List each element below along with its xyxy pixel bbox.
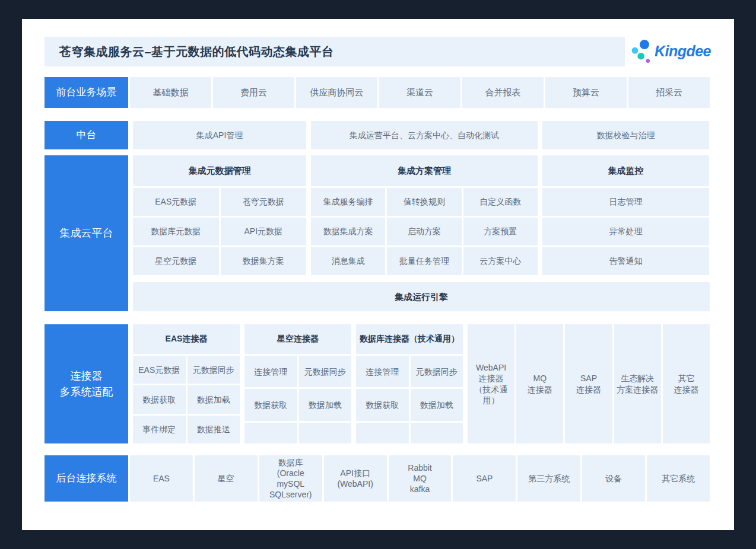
platform-cell: 日志管理 [542, 188, 709, 216]
backend-item: 第三方系统 [517, 455, 580, 502]
front-office-row: 前台业务场景 基础数据 费用云 供应商协同云 渠道云 合并报表 预算云 招采云 [45, 77, 710, 108]
middle-office-item: 集成运营平台、云方案中心、自动化测试 [311, 121, 538, 149]
platform-cell: 消息集成 [311, 247, 385, 275]
platform-cell: 云方案中心 [463, 247, 538, 275]
connectors-section: 连接器 多系统适配 EAS连接器 EAS元数据 元数据同步 数据获取 数据加载 … [45, 324, 710, 443]
connector-cell: 元数据同步 [411, 356, 463, 387]
kingdee-brand-text: Kingdee [655, 43, 711, 60]
connector-cell: 数据推送 [188, 416, 240, 443]
tall-connector-cell: WebAPI 连接器 （技术通用） [468, 324, 514, 443]
platform-cell: 数据集方案 [221, 247, 307, 275]
connector-cell: 事件绑定 [133, 416, 186, 443]
platform-cell: 异常处理 [542, 218, 709, 245]
platform-cell: 数据库元数据 [133, 218, 219, 245]
metadata-management-grid: EAS元数据 苍穹元数据 数据库元数据 API元数据 星空元数据 数据集方案 [133, 188, 306, 275]
monitoring-grid: 日志管理 异常处理 告警通知 [542, 188, 709, 275]
connector-cell [244, 423, 297, 443]
backend-item: 星空 [195, 455, 258, 502]
connector-cell [299, 423, 352, 443]
middle-office-row: 中台 集成API管理 集成运营平台、云方案中心、自动化测试 数据校验与治理 [45, 121, 710, 149]
backend-item: 其它系统 [647, 455, 710, 502]
platform-cell: 批量任务管理 [387, 247, 461, 275]
database-connector-grid: 连接管理 元数据同步 数据获取 数据加载 [356, 356, 463, 443]
tall-connectors: WebAPI 连接器 （技术通用） MQ 连接器 SAP 连接器 生态解决 方案… [468, 324, 710, 443]
row-label-front-office: 前台业务场景 [45, 77, 128, 108]
platform-cell: 启动方案 [387, 218, 461, 245]
kingdee-logo: Kingdee [630, 33, 711, 69]
kingdee-logo-icon [630, 33, 651, 69]
engine-bar: 集成运行引擎 [133, 282, 710, 311]
tall-connector-cell: MQ 连接器 [516, 324, 563, 443]
solution-management-group: 集成方案管理 集成服务编排 值转换规则 自定义函数 数据集成方案 启动方案 方案… [311, 155, 538, 275]
row-label-backend: 后台连接系统 [45, 455, 128, 502]
platform-cell: API元数据 [221, 218, 307, 245]
connector-cell: 连接管理 [244, 356, 297, 387]
backend-item: API接口 (WebAPI) [324, 455, 387, 502]
platform-cell: 数据集成方案 [311, 218, 385, 245]
metadata-management-group: 集成元数据管理 EAS元数据 苍穹元数据 数据库元数据 API元数据 星空元数据… [133, 155, 306, 275]
tall-connector-cell: 其它 连接器 [663, 324, 710, 443]
database-connector-group: 数据库连接器（技术通用） 连接管理 元数据同步 数据获取 数据加载 [356, 324, 463, 443]
group-title: 集成元数据管理 [133, 155, 306, 186]
connector-cell: 连接管理 [356, 356, 409, 387]
tall-connector-cell: 生态解决 方案连接器 [614, 324, 661, 443]
backend-item: 设备 [582, 455, 645, 502]
page-header: 苍穹集成服务云–基于元数据的低代码动态集成平台 [45, 37, 625, 66]
platform-cell: 告警通知 [542, 247, 709, 275]
platform-groups: 集成元数据管理 EAS元数据 苍穹元数据 数据库元数据 API元数据 星空元数据… [133, 155, 710, 275]
backend-systems-row: 后台连接系统 EAS 星空 数据库 (Oracle mySQL SQLserve… [45, 455, 710, 502]
row-label-platform: 集成云平台 [45, 155, 128, 311]
front-office-item: 供应商协同云 [296, 77, 377, 108]
backend-item: 数据库 (Oracle mySQL SQLserver) [259, 455, 322, 502]
group-title: 星空连接器 [244, 324, 351, 354]
middle-office-item: 集成API管理 [133, 121, 306, 149]
connector-cell: 元数据同步 [299, 356, 352, 387]
platform-cell: 苍穹元数据 [221, 188, 307, 216]
platform-content: 集成元数据管理 EAS元数据 苍穹元数据 数据库元数据 API元数据 星空元数据… [133, 155, 710, 311]
front-office-item: 渠道云 [379, 77, 460, 108]
galaxy-connector-group: 星空连接器 连接管理 元数据同步 数据获取 数据加载 [244, 324, 351, 443]
front-office-item: 费用云 [213, 77, 294, 108]
front-office-item: 合并报表 [462, 77, 544, 108]
connector-cell [356, 423, 409, 443]
page-title: 苍穹集成服务云–基于元数据的低代码动态集成平台 [59, 44, 334, 60]
tall-connector-cell: SAP 连接器 [565, 324, 612, 443]
solution-management-grid: 集成服务编排 值转换规则 自定义函数 数据集成方案 启动方案 方案预置 消息集成… [311, 188, 538, 275]
backend-item: Rabbit MQ kafka [389, 455, 452, 502]
middle-office-item: 数据校验与治理 [542, 121, 709, 149]
eas-connector-group: EAS连接器 EAS元数据 元数据同步 数据获取 数据加载 事件绑定 数据推送 [133, 324, 240, 443]
group-title: EAS连接器 [133, 324, 240, 354]
row-label-connectors: 连接器 多系统适配 [45, 324, 128, 443]
eas-connector-grid: EAS元数据 元数据同步 数据获取 数据加载 事件绑定 数据推送 [133, 356, 240, 443]
backend-item: SAP [453, 455, 516, 502]
front-office-item: 基础数据 [130, 77, 211, 108]
platform-cell: 集成服务编排 [311, 188, 385, 216]
platform-cell: EAS元数据 [133, 188, 219, 216]
connector-cell: 数据加载 [188, 385, 240, 413]
galaxy-connector-grid: 连接管理 元数据同步 数据获取 数据加载 [244, 356, 351, 443]
connector-cell: 数据获取 [133, 385, 186, 413]
platform-cell: 自定义函数 [463, 188, 538, 216]
platform-cell: 值转换规则 [387, 188, 461, 216]
monitoring-group: 集成监控 日志管理 异常处理 告警通知 [542, 155, 709, 275]
group-title: 集成方案管理 [311, 155, 538, 186]
connector-cell: 数据获取 [244, 389, 297, 420]
group-title: 数据库连接器（技术通用） [356, 324, 463, 354]
main-card: 苍穹集成服务云–基于元数据的低代码动态集成平台 Kingdee 前台业务场景 基… [22, 19, 734, 530]
front-office-item: 招采云 [628, 77, 710, 108]
connector-cell: 元数据同步 [188, 356, 240, 384]
front-office-item: 预算云 [545, 77, 627, 108]
backend-item: EAS [130, 455, 193, 502]
connector-cell: 数据加载 [299, 389, 352, 420]
group-title: 集成监控 [542, 155, 709, 186]
platform-cell: 方案预置 [463, 218, 538, 245]
row-label-middle-office: 中台 [45, 121, 128, 149]
platform-section: 集成云平台 集成元数据管理 EAS元数据 苍穹元数据 数据库元数据 API元数据… [45, 155, 710, 311]
connector-cell: 数据获取 [356, 389, 409, 420]
platform-cell: 星空元数据 [133, 247, 219, 275]
connector-cell: EAS元数据 [133, 356, 186, 384]
connector-cell: 数据加载 [411, 389, 463, 420]
connector-cell [411, 423, 463, 443]
